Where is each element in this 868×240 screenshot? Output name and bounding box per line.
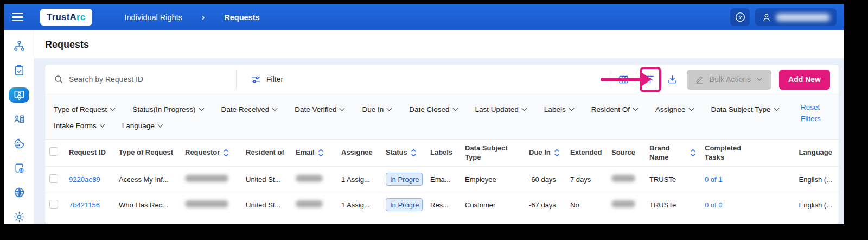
chevron-down-icon	[387, 105, 392, 111]
cell-extended: No	[566, 192, 607, 218]
filter-intake-forms[interactable]: Intake Forms	[54, 122, 104, 130]
completed-tasks-link[interactable]: 0 of 1	[705, 175, 723, 184]
cell-due-in: -67 days	[525, 192, 566, 218]
help-button[interactable]: ?	[730, 8, 750, 26]
sort-icon[interactable]	[690, 148, 696, 157]
filter-date-verified[interactable]: Date Verified	[295, 105, 344, 113]
manage-columns-button[interactable]	[616, 72, 631, 87]
chevron-down-icon	[157, 122, 163, 127]
search-box[interactable]	[54, 74, 236, 84]
column-header-language: Language	[761, 140, 839, 167]
pencil-icon	[695, 75, 704, 84]
user-icon	[762, 12, 771, 22]
cell-extended: 7 days	[566, 167, 607, 192]
request-id-link[interactable]: 9220ae89	[69, 175, 100, 184]
sidebar-item-settings[interactable]	[9, 209, 29, 224]
cell-email-redacted	[296, 200, 323, 207]
bulk-actions-button[interactable]: Bulk Actions	[687, 70, 771, 90]
filter-button[interactable]: Filter	[237, 74, 297, 85]
logo-text-teal: rc	[76, 12, 85, 23]
question-mark-icon: ?	[735, 12, 745, 22]
cell-brand-name: TRUSTe	[645, 192, 700, 218]
cell-language: English (...	[761, 167, 839, 192]
app-window: TrustArc Individual Rights › Requests ?	[4, 4, 844, 224]
toolbar-divider	[611, 71, 611, 88]
filter-resident-of[interactable]: Resident Of	[591, 105, 637, 113]
user-profile-button[interactable]	[755, 8, 837, 26]
requests-table: Request ID Type of Request Requestor Res…	[45, 139, 839, 224]
cell-due-in: -60 days	[525, 167, 566, 192]
columns-icon	[618, 74, 629, 85]
cell-labels: Ema...	[426, 167, 461, 192]
column-header-brand-name: Brand Name	[645, 140, 700, 167]
filter-date-closed[interactable]: Date Closed	[409, 105, 457, 113]
completed-tasks-link[interactable]: 0 of 0	[705, 201, 723, 209]
add-new-button[interactable]: Add New	[779, 70, 830, 90]
toolbar-divider	[636, 71, 636, 88]
sort-icon[interactable]	[318, 148, 324, 157]
hierarchy-icon	[13, 40, 25, 52]
table-row: 9220ae89 Access My Inf... United St... 1…	[45, 167, 839, 192]
column-header-requestor: Requestor	[181, 140, 241, 167]
cell-type-of-request: Who Has Rec...	[114, 192, 181, 218]
reset-filters-button[interactable]: Reset Filters	[801, 102, 829, 125]
upload-button[interactable]	[642, 72, 658, 87]
cell-type-of-request: Access My Inf...	[114, 167, 181, 192]
breadcrumb-section[interactable]: Individual Rights	[125, 13, 182, 22]
status-badge: In Progre	[386, 198, 423, 211]
download-button[interactable]	[665, 72, 680, 87]
filter-due-in[interactable]: Due In	[362, 105, 391, 113]
filter-date-received[interactable]: Date Received	[221, 105, 277, 113]
trustarc-logo[interactable]: TrustArc	[40, 9, 92, 26]
sidebar-item-cookie-consent[interactable]	[9, 136, 29, 151]
chevron-down-icon	[99, 122, 105, 127]
select-all-checkbox[interactable]	[49, 147, 58, 156]
filter-data-subject-type[interactable]: Data Subject Type	[711, 105, 778, 113]
user-list-icon	[13, 113, 25, 125]
sidebar-item-ai-governance[interactable]	[9, 185, 29, 200]
cell-requestor-redacted	[185, 175, 228, 182]
filter-assignee[interactable]: Assignee	[655, 105, 693, 113]
sort-icon[interactable]	[554, 148, 560, 157]
content-area: Filter	[34, 58, 844, 224]
annotation-highlight-box	[640, 67, 661, 92]
filter-last-updated[interactable]: Last Updated	[475, 105, 526, 113]
column-header-source: Source	[607, 140, 645, 167]
search-input[interactable]	[69, 75, 221, 84]
row-checkbox[interactable]	[49, 200, 58, 209]
filter-label: Filter	[266, 75, 283, 84]
column-header-resident-of: Resident of	[241, 140, 291, 167]
column-header-labels: Labels	[426, 140, 461, 167]
sidebar-item-assessments[interactable]	[9, 63, 29, 78]
chevron-down-icon	[633, 105, 639, 111]
sidebar-item-individual-rights[interactable]	[9, 87, 29, 103]
chevron-down-icon	[756, 76, 763, 83]
sidebar-item-records[interactable]	[9, 160, 29, 175]
sidebar-item-hierarchy[interactable]	[9, 39, 29, 54]
chevron-down-icon	[688, 105, 694, 111]
cell-assignee: 1 Assig...	[337, 167, 381, 192]
column-header-due-in: Due In	[525, 140, 566, 167]
table-toolbar: Filter	[45, 65, 839, 94]
cell-data-subject-type: Customer	[461, 192, 525, 218]
row-checkbox[interactable]	[49, 174, 58, 183]
sort-icon[interactable]	[223, 148, 229, 157]
sort-icon[interactable]	[411, 148, 417, 157]
chevron-down-icon	[199, 105, 204, 111]
cell-source-redacted	[611, 200, 635, 207]
filter-type-of-request[interactable]: Type of Request	[54, 105, 114, 113]
sidebar-item-data-inventory[interactable]	[9, 112, 29, 127]
filter-sliders-icon	[251, 74, 261, 85]
chevron-down-icon	[110, 105, 116, 111]
request-id-link[interactable]: 7b421156	[69, 201, 100, 209]
column-header-assignee: Assignee	[337, 140, 381, 167]
column-header-extended: Extended	[566, 140, 607, 167]
hamburger-menu-icon[interactable]	[12, 8, 30, 27]
column-header-data-subject-type: Data Subject Type	[461, 140, 525, 167]
cell-language: English (...	[761, 192, 839, 218]
filter-language[interactable]: Language	[122, 122, 162, 130]
filter-labels[interactable]: Labels	[544, 105, 573, 113]
chevron-down-icon	[452, 105, 458, 111]
filter-status[interactable]: Status(In Progress)	[132, 105, 203, 113]
breadcrumb-current-page: Requests	[224, 13, 259, 22]
